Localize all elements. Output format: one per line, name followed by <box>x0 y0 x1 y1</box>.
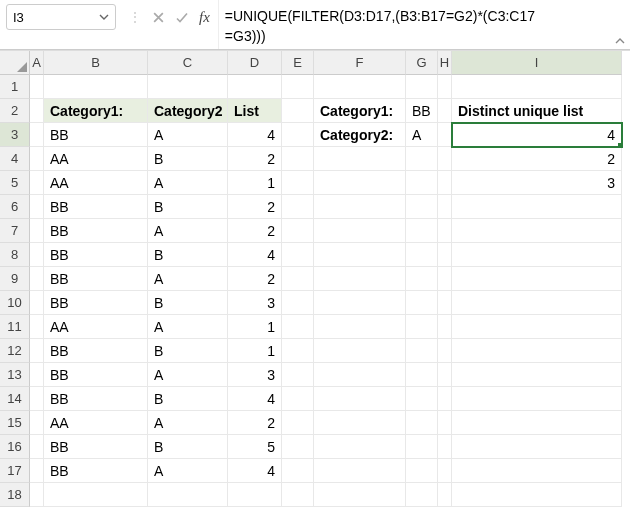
column-header[interactable]: I <box>452 51 622 75</box>
cancel-icon[interactable] <box>152 11 165 24</box>
cell[interactable] <box>282 411 314 435</box>
cell[interactable]: 3 <box>228 291 282 315</box>
cell[interactable]: A <box>148 123 228 147</box>
cell[interactable]: B <box>148 147 228 171</box>
cell[interactable] <box>44 483 148 507</box>
cell[interactable] <box>406 363 438 387</box>
cell[interactable]: A <box>406 123 438 147</box>
cell[interactable] <box>314 147 406 171</box>
cell[interactable]: B <box>148 387 228 411</box>
cell[interactable]: 4 <box>228 123 282 147</box>
cell[interactable]: BB <box>44 243 148 267</box>
row-header[interactable]: 11 <box>0 315 30 339</box>
cell[interactable]: BB <box>44 459 148 483</box>
cell[interactable]: BB <box>44 435 148 459</box>
column-header[interactable]: H <box>438 51 452 75</box>
cell[interactable] <box>438 411 452 435</box>
cell[interactable] <box>314 171 406 195</box>
expand-formula-bar-icon[interactable] <box>610 0 630 49</box>
cell[interactable]: 4 <box>228 243 282 267</box>
cell[interactable]: BB <box>44 267 148 291</box>
cell[interactable]: 3 <box>228 363 282 387</box>
cell[interactable]: 1 <box>228 339 282 363</box>
cell[interactable] <box>282 483 314 507</box>
cell[interactable] <box>314 243 406 267</box>
cell[interactable]: 4 <box>228 459 282 483</box>
cell[interactable] <box>282 267 314 291</box>
cell[interactable]: Category2: <box>314 123 406 147</box>
cell[interactable] <box>406 411 438 435</box>
cell[interactable] <box>30 363 44 387</box>
cell[interactable] <box>438 483 452 507</box>
cell[interactable] <box>282 195 314 219</box>
cell[interactable] <box>452 459 622 483</box>
cell[interactable] <box>282 339 314 363</box>
cell[interactable] <box>282 123 314 147</box>
cell[interactable] <box>314 363 406 387</box>
cell[interactable]: 2 <box>228 267 282 291</box>
cell[interactable]: B <box>148 243 228 267</box>
cell[interactable] <box>314 387 406 411</box>
cell[interactable] <box>30 387 44 411</box>
cell[interactable] <box>228 483 282 507</box>
cell[interactable] <box>452 75 622 99</box>
cell[interactable] <box>282 99 314 123</box>
cell[interactable] <box>452 219 622 243</box>
cell[interactable] <box>406 459 438 483</box>
cell[interactable] <box>406 75 438 99</box>
cell[interactable]: 4 <box>228 387 282 411</box>
cell[interactable] <box>148 75 228 99</box>
cell[interactable] <box>30 291 44 315</box>
cell[interactable] <box>282 459 314 483</box>
cell[interactable]: 3 <box>452 171 622 195</box>
cell[interactable] <box>452 243 622 267</box>
cell[interactable] <box>438 339 452 363</box>
cell[interactable]: BB <box>44 195 148 219</box>
cell[interactable] <box>314 483 406 507</box>
row-header[interactable]: 14 <box>0 387 30 411</box>
cell[interactable]: BB <box>44 363 148 387</box>
cell[interactable] <box>314 219 406 243</box>
row-header[interactable]: 1 <box>0 75 30 99</box>
cell[interactable]: 1 <box>228 315 282 339</box>
cell[interactable] <box>282 147 314 171</box>
cell[interactable] <box>30 195 44 219</box>
row-header[interactable]: 4 <box>0 147 30 171</box>
cell[interactable]: Distinct unique list <box>452 99 622 123</box>
cell[interactable] <box>314 75 406 99</box>
cell[interactable] <box>282 243 314 267</box>
cell[interactable] <box>282 219 314 243</box>
row-header[interactable]: 7 <box>0 219 30 243</box>
cell[interactable] <box>30 315 44 339</box>
column-header[interactable]: C <box>148 51 228 75</box>
cell[interactable] <box>452 315 622 339</box>
row-header[interactable]: 10 <box>0 291 30 315</box>
cell[interactable]: Category2 <box>148 99 228 123</box>
cell[interactable] <box>30 171 44 195</box>
cell[interactable] <box>452 363 622 387</box>
cell[interactable]: 2 <box>228 147 282 171</box>
cell[interactable] <box>30 483 44 507</box>
cell[interactable] <box>406 315 438 339</box>
cell[interactable] <box>438 291 452 315</box>
cell[interactable] <box>30 411 44 435</box>
cell[interactable]: AA <box>44 411 148 435</box>
cell[interactable]: BB <box>406 99 438 123</box>
cell[interactable] <box>282 363 314 387</box>
cell[interactable] <box>438 387 452 411</box>
cell[interactable] <box>452 411 622 435</box>
cell[interactable] <box>148 483 228 507</box>
cell[interactable] <box>314 411 406 435</box>
cell[interactable] <box>452 387 622 411</box>
row-header[interactable]: 3 <box>0 123 30 147</box>
cell[interactable] <box>438 171 452 195</box>
cell[interactable]: A <box>148 267 228 291</box>
cell[interactable]: A <box>148 171 228 195</box>
cell[interactable] <box>438 123 452 147</box>
cell[interactable]: 2 <box>228 411 282 435</box>
cell[interactable] <box>406 219 438 243</box>
cell[interactable]: AA <box>44 147 148 171</box>
column-header[interactable]: A <box>30 51 44 75</box>
cell[interactable] <box>282 291 314 315</box>
cell[interactable] <box>438 99 452 123</box>
